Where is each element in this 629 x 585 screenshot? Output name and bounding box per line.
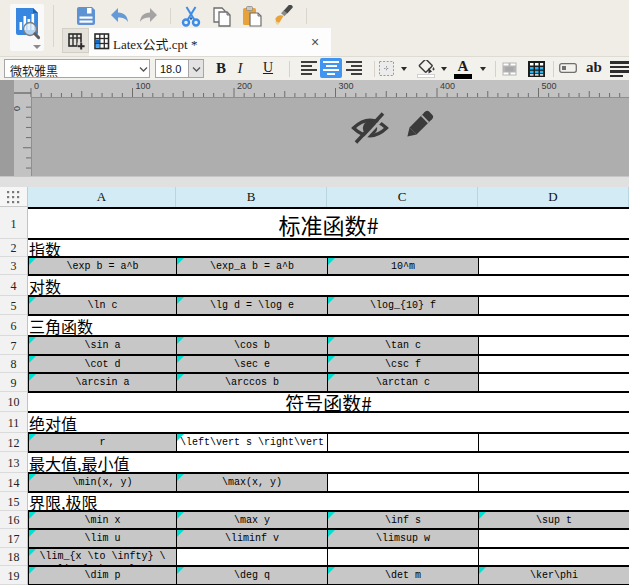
tab-latex-cpt[interactable]: Latex公式.cpt * × (89, 28, 331, 56)
cell-A9[interactable]: \arcsin a (28, 374, 176, 391)
align-left-button[interactable] (298, 58, 320, 78)
cell-B9[interactable]: \arccos b (176, 374, 327, 391)
cell-A8[interactable]: \cot d (28, 356, 176, 372)
new-report-button[interactable] (62, 28, 89, 53)
cell-D8[interactable] (478, 356, 629, 372)
tab-close-icon[interactable]: × (308, 35, 322, 49)
copy-button[interactable] (210, 5, 234, 27)
cell-A6-section[interactable]: 三角函数 (29, 316, 93, 337)
save-button[interactable] (75, 5, 99, 27)
row-header-1[interactable]: 1 (0, 209, 27, 239)
underline-button[interactable]: U (258, 60, 278, 78)
cell-A5[interactable]: \ln c (28, 297, 176, 314)
cell-A17[interactable]: \lim u (28, 530, 176, 547)
row-header-14[interactable]: 14 (0, 474, 27, 492)
align-right-button[interactable] (343, 58, 365, 78)
line-list-button[interactable] (610, 61, 629, 77)
cell-B19[interactable]: \deg q (176, 567, 327, 584)
redo-button[interactable] (137, 5, 161, 27)
borders-button[interactable] (378, 59, 410, 79)
row-header-4[interactable]: 4 (0, 276, 27, 296)
cell-D14[interactable] (478, 474, 629, 491)
cell-A13-section[interactable]: 最大值,最小值 (29, 453, 129, 474)
cell-B18[interactable] (176, 549, 327, 565)
row-header-2[interactable]: 2 (0, 240, 27, 257)
row-header-12[interactable]: 12 (0, 434, 27, 452)
cell-B16[interactable]: \max y (176, 512, 327, 528)
italic-button[interactable]: I (233, 60, 247, 78)
cell-A16[interactable]: \min x (28, 512, 176, 528)
cell-C3[interactable]: 10^m (327, 258, 478, 274)
cell-D17[interactable] (478, 530, 629, 547)
cell-B7[interactable]: \cos b (176, 337, 327, 354)
app-menu-button[interactable] (10, 4, 44, 51)
cell-D9[interactable] (478, 374, 629, 391)
cell-A11-section[interactable]: 绝对值 (29, 413, 77, 434)
column-header-C[interactable]: C (327, 187, 478, 207)
cell-A18[interactable]: \lim_{x \to \infty} \lim_{x \to 0} x (28, 549, 176, 565)
row-header-16[interactable]: 16 (0, 512, 27, 529)
cell-D3[interactable] (478, 258, 629, 274)
cell-C14[interactable] (327, 474, 478, 491)
cell-A4-section[interactable]: 对数 (29, 276, 61, 297)
unmerge-cells-button[interactable] (528, 59, 546, 79)
fill-color-button[interactable] (416, 59, 448, 79)
cell-B17[interactable]: \liminf v (176, 530, 327, 547)
cell-C9[interactable]: \arctan c (327, 374, 478, 391)
cell-C18[interactable] (327, 549, 478, 565)
align-center-button[interactable] (320, 58, 342, 78)
cell-A1-title[interactable]: 标准函数# (28, 209, 629, 240)
column-header-B[interactable]: B (176, 187, 327, 207)
cell-C5[interactable]: \log_{10} f (327, 297, 478, 314)
cell-D12[interactable] (478, 434, 629, 451)
cell-C7[interactable]: \tan c (327, 337, 478, 354)
row-header-11[interactable]: 11 (0, 413, 27, 433)
paste-button[interactable] (240, 5, 264, 27)
row-header-15[interactable]: 15 (0, 493, 27, 511)
cut-button[interactable] (179, 5, 203, 27)
cell-B14[interactable]: \max(x, y) (176, 474, 327, 491)
row-header-9[interactable]: 9 (0, 374, 27, 392)
select-all-corner[interactable] (0, 187, 28, 207)
row-header-7[interactable]: 7 (0, 337, 27, 355)
ab-button[interactable]: ab (585, 59, 603, 79)
textbox-button[interactable] (559, 63, 577, 75)
cell-B3[interactable]: \exp_a b = a^b (176, 258, 327, 274)
cell-A2-section[interactable]: 指数 (29, 240, 61, 258)
cell-D5[interactable] (478, 297, 629, 314)
font-size-select[interactable]: 18.0 (155, 59, 188, 78)
cell-A15-section[interactable]: 界限,极限 (29, 493, 97, 512)
row-header-3[interactable]: 3 (0, 258, 27, 275)
cell-B5[interactable]: \lg d = \log e (176, 297, 327, 314)
cell-A12[interactable]: r (28, 434, 176, 451)
merge-cells-button[interactable] (502, 59, 518, 79)
row-header-5[interactable]: 5 (0, 297, 27, 315)
font-color-button[interactable]: A (454, 59, 488, 79)
cell-B8[interactable]: \sec e (176, 356, 327, 372)
undo-button[interactable] (107, 5, 131, 27)
cell-D7[interactable] (478, 337, 629, 354)
row-header-17[interactable]: 17 (0, 530, 27, 548)
cell-A3[interactable]: \exp b = a^b (28, 258, 176, 274)
cell-A10-title[interactable]: 符号函数# (28, 393, 629, 413)
row-header-6[interactable]: 6 (0, 316, 27, 336)
font-size-dropdown-button[interactable] (188, 59, 204, 78)
column-header-D[interactable]: D (478, 187, 629, 207)
cell-A7[interactable]: \sin a (28, 337, 176, 354)
cell-C17[interactable]: \limsup w (327, 530, 478, 547)
parameter-pane-canvas[interactable] (31, 97, 629, 176)
cell-A19[interactable]: \dim p (28, 567, 176, 584)
cell-B12[interactable]: \left\vert s \right\vert (176, 434, 327, 451)
cell-D18[interactable] (478, 549, 629, 565)
cell-C19[interactable]: \det m (327, 567, 478, 584)
cell-C16[interactable]: \inf s (327, 512, 478, 528)
bold-button[interactable]: B (212, 60, 230, 78)
row-header-19[interactable]: 19 (0, 567, 27, 585)
row-header-13[interactable]: 13 (0, 453, 27, 473)
cell-C8[interactable]: \csc f (327, 356, 478, 372)
cell-D19[interactable]: \ker\phi (478, 567, 629, 584)
cell-C12[interactable] (327, 434, 478, 451)
format-painter-button[interactable] (271, 5, 295, 27)
row-header-10[interactable]: 10 (0, 393, 27, 412)
cell-A14[interactable]: \min(x, y) (28, 474, 176, 491)
